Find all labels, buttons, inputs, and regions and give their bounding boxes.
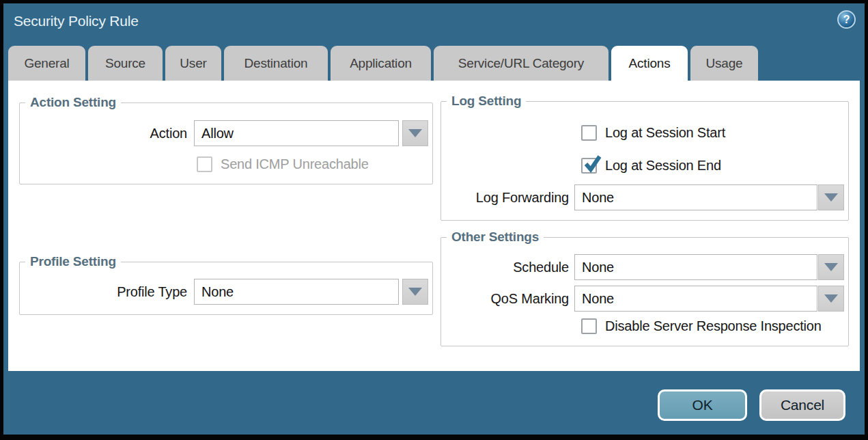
tab-service-url-category[interactable]: Service/URL Category xyxy=(434,46,608,81)
tab-general[interactable]: General xyxy=(8,46,85,81)
action-dropdown[interactable]: Allow xyxy=(194,120,399,146)
cancel-button[interactable]: Cancel xyxy=(759,389,845,421)
qos-marking-dropdown-button[interactable] xyxy=(818,286,844,312)
dialog-title: Security Policy Rule xyxy=(14,13,139,29)
qos-marking-label: QoS Marking xyxy=(441,286,569,312)
log-setting-group: Log Setting Log at Session Start Log at … xyxy=(440,101,849,221)
tab-destination[interactable]: Destination xyxy=(224,46,328,81)
other-settings-group: Other Settings Schedule None QoS Marking… xyxy=(440,237,849,346)
log-forwarding-dropdown[interactable]: None xyxy=(574,184,817,210)
disable-server-response-inspection-label: Disable Server Response Inspection xyxy=(605,318,822,334)
log-setting-legend: Log Setting xyxy=(447,94,526,109)
action-setting-legend: Action Setting xyxy=(25,95,121,110)
chevron-down-icon xyxy=(408,129,422,137)
log-at-session-start-row: Log at Session Start xyxy=(581,125,725,141)
log-forwarding-label: Log Forwarding xyxy=(441,184,569,210)
schedule-label: Schedule xyxy=(441,254,569,280)
security-policy-rule-dialog: Security Policy Rule ? General Source Us… xyxy=(3,3,865,435)
ok-button[interactable]: OK xyxy=(658,389,747,421)
checkmark-icon xyxy=(582,154,602,174)
qos-marking-dropdown[interactable]: None xyxy=(574,286,817,312)
chevron-down-icon xyxy=(408,288,422,296)
other-settings-legend: Other Settings xyxy=(447,230,544,245)
log-at-session-end-checkbox[interactable] xyxy=(581,158,597,174)
tab-source[interactable]: Source xyxy=(88,46,163,81)
log-at-session-start-checkbox[interactable] xyxy=(581,125,597,141)
disable-server-response-inspection-row: Disable Server Response Inspection xyxy=(581,318,822,334)
profile-type-label: Profile Type xyxy=(20,279,187,305)
send-icmp-unreachable-label: Send ICMP Unreachable xyxy=(221,156,369,172)
profile-setting-group: Profile Setting Profile Type None xyxy=(19,262,433,315)
screen: Security Policy Rule ? General Source Us… xyxy=(0,0,868,440)
tab-bar: General Source User Destination Applicat… xyxy=(8,46,758,81)
log-forwarding-dropdown-button[interactable] xyxy=(818,184,844,210)
chevron-down-icon xyxy=(824,294,838,303)
action-label: Action xyxy=(20,120,187,146)
disable-server-response-inspection-checkbox[interactable] xyxy=(581,318,597,334)
chevron-down-icon xyxy=(824,193,838,202)
profile-type-dropdown-button[interactable] xyxy=(402,279,428,305)
action-setting-group: Action Setting Action Allow Send ICMP Un… xyxy=(19,102,433,184)
log-at-session-start-label: Log at Session Start xyxy=(605,125,725,141)
tab-content-panel: Action Setting Action Allow Send ICMP Un… xyxy=(8,81,860,371)
tab-usage[interactable]: Usage xyxy=(690,46,758,81)
tab-actions[interactable]: Actions xyxy=(611,46,688,81)
chevron-down-icon xyxy=(824,263,838,271)
profile-type-dropdown[interactable]: None xyxy=(194,279,399,305)
help-icon[interactable]: ? xyxy=(837,10,856,29)
action-dropdown-button[interactable] xyxy=(402,120,428,146)
tab-application[interactable]: Application xyxy=(331,46,431,81)
schedule-dropdown-button[interactable] xyxy=(818,254,844,280)
tab-user[interactable]: User xyxy=(165,46,221,81)
profile-setting-legend: Profile Setting xyxy=(25,254,121,269)
log-at-session-end-row: Log at Session End xyxy=(581,158,721,174)
send-icmp-unreachable-row: Send ICMP Unreachable xyxy=(197,156,369,172)
log-at-session-end-label: Log at Session End xyxy=(605,158,721,174)
schedule-dropdown[interactable]: None xyxy=(574,254,817,280)
send-icmp-unreachable-checkbox[interactable] xyxy=(197,156,212,172)
